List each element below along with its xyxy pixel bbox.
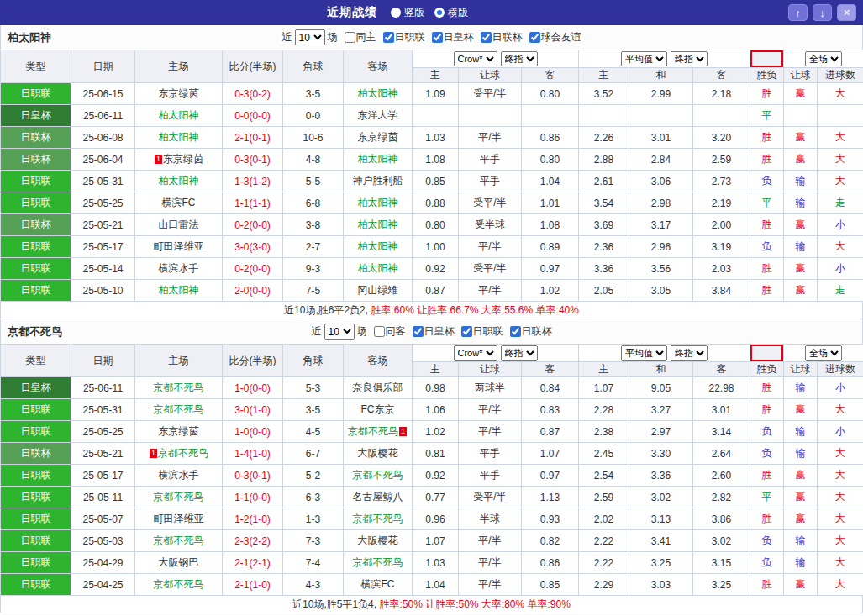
avg-source-select[interactable]: 平均值	[621, 345, 667, 361]
home-team-cell[interactable]: 东京绿茵	[135, 421, 223, 443]
home-team-cell[interactable]: 京都不死鸟	[135, 487, 223, 508]
col-header: 角球	[283, 345, 344, 377]
away-team-cell[interactable]: 神户胜利船	[344, 171, 413, 192]
checkbox-input[interactable]	[529, 32, 540, 43]
score-cell[interactable]: 2-1(2-1)	[223, 552, 283, 574]
match-count-select[interactable]: 10	[324, 324, 355, 340]
away-team-cell[interactable]: 奈良俱乐部	[344, 377, 413, 399]
away-team-cell[interactable]: 京都不死鸟1	[344, 421, 413, 443]
away-team-cell[interactable]: FC东京	[344, 399, 413, 421]
score-cell[interactable]: 1-0(0-0)	[223, 421, 283, 443]
filter-checkbox-4[interactable]: 日联杯	[510, 324, 552, 339]
away-team-cell[interactable]: 大阪樱花	[344, 443, 413, 465]
filter-checkbox-2[interactable]: 日职联	[383, 30, 425, 45]
down-button[interactable]: ↓	[813, 4, 832, 21]
scope-select[interactable]: 全场	[805, 51, 842, 66]
score-cell[interactable]: 2-3(2-2)	[223, 530, 283, 552]
odds-source-select[interactable]: Crow*	[454, 345, 497, 361]
close-button[interactable]: ×	[837, 4, 856, 21]
score-cell[interactable]: 1-1(1-1)	[223, 192, 283, 214]
home-team-cell[interactable]: 柏太阳神	[135, 280, 223, 302]
away-team-cell[interactable]: 东京绿茵	[344, 127, 413, 149]
home-team-cell[interactable]: 町田泽维亚	[135, 236, 223, 258]
score-cell[interactable]: 0-3(0-1)	[223, 465, 283, 487]
checkbox-input[interactable]	[374, 326, 385, 337]
score-cell[interactable]: 2-1(0-1)	[223, 127, 283, 149]
away-team-cell[interactable]: 柏太阳神	[344, 149, 413, 171]
home-team-cell[interactable]: 横滨水手	[135, 258, 223, 280]
layout-radio-horizontal[interactable]: 横版	[434, 6, 468, 20]
away-team-cell[interactable]: 京都不死鸟	[344, 465, 413, 487]
home-team-cell[interactable]: 大阪钢巴	[135, 552, 223, 574]
home-team-cell[interactable]: 京都不死鸟	[135, 530, 223, 552]
away-team-cell[interactable]: 柏太阳神	[344, 258, 413, 280]
filter-checkbox-5[interactable]: 球会友谊	[529, 30, 581, 45]
away-team-cell[interactable]: 大阪樱花	[344, 530, 413, 552]
home-team-cell[interactable]: 柏太阳神	[135, 127, 223, 149]
home-team-cell[interactable]: 柏太阳神	[135, 171, 223, 192]
home-team-cell[interactable]: 1京都不死鸟	[135, 443, 223, 465]
score-cell[interactable]: 3-0(3-0)	[223, 236, 283, 258]
date-cell: 25-06-11	[71, 105, 135, 127]
odds-source-select[interactable]: Crow*	[454, 51, 497, 66]
date-cell: 25-05-31	[71, 171, 135, 192]
filter-checkbox-1[interactable]: 同主	[345, 30, 376, 45]
away-team-cell[interactable]: 柏太阳神	[344, 236, 413, 258]
home-team-cell[interactable]: 柏太阳神	[135, 105, 223, 127]
home-team-cell[interactable]: 京都不死鸟	[135, 574, 223, 596]
home-team-cell[interactable]: 横滨水手	[135, 465, 223, 487]
filter-checkbox-2[interactable]: 日皇杯	[413, 324, 455, 339]
score-cell[interactable]: 1-3(1-2)	[223, 171, 283, 192]
away-team-cell[interactable]: 柏太阳神	[344, 214, 413, 236]
score-cell[interactable]: 3-0(1-0)	[223, 399, 283, 421]
checkbox-input[interactable]	[510, 326, 521, 337]
filter-checkbox-3[interactable]: 日职联	[461, 324, 503, 339]
odds-time-select[interactable]: 终指	[501, 345, 538, 361]
home-team-cell[interactable]: 横滨FC	[135, 192, 223, 214]
score-cell[interactable]: 0-2(0-0)	[223, 258, 283, 280]
checkbox-input[interactable]	[461, 326, 472, 337]
score-cell[interactable]: 1-0(0-0)	[223, 377, 283, 399]
away-team-cell[interactable]: 京都不死鸟	[344, 508, 413, 530]
team-link: 柏太阳神	[159, 284, 199, 296]
away-team-cell[interactable]: 柏太阳神	[344, 192, 413, 214]
away-team-cell[interactable]: 名古屋鲸八	[344, 487, 413, 508]
home-team-cell[interactable]: 町田泽维亚	[135, 508, 223, 530]
away-team-cell[interactable]: 柏太阳神	[344, 83, 413, 105]
home-team-cell[interactable]: 1东京绿茵	[135, 149, 223, 171]
score-cell[interactable]: 1-1(0-0)	[223, 487, 283, 508]
home-team-cell[interactable]: 京都不死鸟	[135, 377, 223, 399]
home-team-cell[interactable]: 京都不死鸟	[135, 399, 223, 421]
score-cell[interactable]: 0-3(0-1)	[223, 149, 283, 171]
checkbox-input[interactable]	[345, 32, 355, 43]
filter-checkbox-1[interactable]: 同客	[374, 324, 406, 339]
checkbox-input[interactable]	[413, 326, 424, 337]
up-button[interactable]: ↑	[788, 4, 808, 21]
avg-time-select[interactable]: 终指	[671, 51, 708, 66]
away-team-cell[interactable]: 冈山绿雉	[344, 280, 413, 302]
result-cell: 平	[750, 105, 784, 127]
away-team-cell[interactable]: 横滨FC	[344, 574, 413, 596]
away-team-cell[interactable]: 东洋大学	[344, 105, 413, 127]
layout-radio-vertical[interactable]: 竖版	[391, 6, 424, 20]
score-cell[interactable]: 0-0(0-0)	[223, 105, 283, 127]
score-cell[interactable]: 2-1(1-0)	[223, 574, 283, 596]
score-cell[interactable]: 1-2(1-0)	[223, 508, 283, 530]
home-team-cell[interactable]: 山口雷法	[135, 214, 223, 236]
checkbox-input[interactable]	[383, 32, 394, 43]
avg-time-select[interactable]: 终指	[671, 345, 708, 361]
checkbox-input[interactable]	[481, 32, 492, 43]
away-team-cell[interactable]: 京都不死鸟	[344, 552, 413, 574]
filter-checkbox-3[interactable]: 日皇杯	[432, 30, 474, 45]
score-cell[interactable]: 0-2(0-0)	[223, 214, 283, 236]
filter-checkbox-4[interactable]: 日联杯	[481, 30, 523, 45]
avg-source-select[interactable]: 平均值	[621, 51, 667, 66]
match-count-select[interactable]: 10	[295, 29, 325, 45]
odds-time-select[interactable]: 终指	[501, 51, 538, 66]
home-team-cell[interactable]: 东京绿茵	[135, 83, 223, 105]
score-cell[interactable]: 1-4(1-0)	[223, 443, 283, 465]
score-cell[interactable]: 0-3(0-2)	[223, 83, 283, 105]
checkbox-input[interactable]	[432, 32, 443, 43]
score-cell[interactable]: 2-0(0-0)	[223, 280, 283, 302]
scope-select[interactable]: 全场	[805, 345, 842, 361]
